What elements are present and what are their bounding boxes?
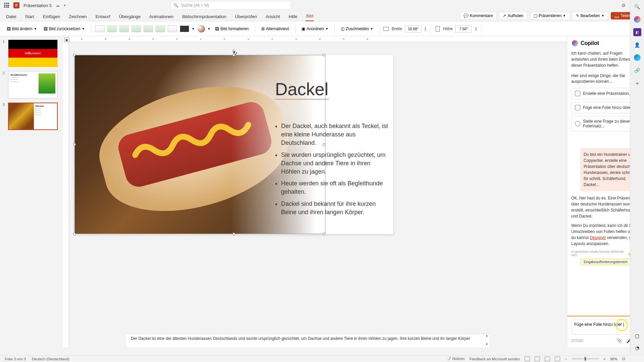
rail-contacts-icon[interactable]: 👤	[633, 41, 641, 49]
picture-style-3[interactable]	[119, 25, 129, 32]
cloud-saved-icon[interactable]: ☁	[56, 3, 60, 8]
menu-ueberpruefen[interactable]: Überprüfen	[234, 12, 258, 21]
resize-handle-tr[interactable]	[323, 54, 325, 56]
bullet-2: Sie wurden ursprünglich gezüchtet, um Da…	[281, 151, 389, 176]
resize-handle-tl[interactable]	[73, 54, 76, 56]
designer-link[interactable]: Designer	[590, 235, 606, 240]
chevron-down-icon[interactable]: ▼	[208, 27, 211, 31]
rail-designer-icon[interactable]: ◧	[633, 28, 641, 36]
dropdown-icon[interactable]: ▾	[64, 3, 66, 8]
zoom-level[interactable]: 98%	[610, 357, 618, 361]
slide-thumbnail-1[interactable]: 1 Willkommen	[3, 40, 60, 67]
document-title[interactable]: Präsentation 3	[23, 3, 52, 8]
reading-view-button[interactable]	[545, 357, 550, 361]
reset-image-button[interactable]: 🖼 Bild zurücksetzen ▼	[42, 25, 87, 33]
styles-more-icon[interactable]: ▼	[192, 27, 195, 31]
slide-title[interactable]: Dackel	[275, 79, 328, 99]
chevron-down-icon[interactable]: ▼	[563, 14, 566, 17]
picture-style-1[interactable]	[95, 25, 105, 32]
resize-handle-br[interactable]	[323, 233, 325, 235]
zoom-in-icon[interactable]: +	[603, 357, 605, 361]
picture-style-6[interactable]	[156, 25, 165, 32]
notes-toggle[interactable]: 📝 Notizen	[446, 357, 465, 361]
menu-zeichnen[interactable]: Zeichnen	[68, 12, 87, 21]
resize-handle-tm[interactable]	[232, 54, 235, 56]
menu-datei[interactable]: Datei	[5, 12, 17, 21]
slide-sorter-button[interactable]	[535, 357, 540, 361]
chevron-down-icon[interactable]: ▼	[601, 14, 604, 17]
catchup-button[interactable]: ↗ Aufholen	[499, 12, 527, 20]
settings-icon[interactable]: ⚙	[622, 3, 626, 8]
zoom-out-icon[interactable]: −	[565, 357, 567, 361]
rail-files-icon[interactable]: ▢	[633, 332, 641, 340]
notes-area[interactable]: Der Dackel ist eine der ältesten Hundera…	[126, 334, 489, 347]
menu-animationen[interactable]: Animationen	[149, 12, 174, 21]
normal-view-button[interactable]	[525, 357, 530, 361]
feedback-link[interactable]: Feedback an Microsoft senden	[470, 357, 520, 361]
format-image-button[interactable]: 🖼 Bild formatieren	[213, 25, 251, 33]
picture-style-7[interactable]	[168, 25, 177, 32]
slide-thumbnail-3[interactable]: 3 Dackel• –––––• –––––• –––––• –––––	[3, 103, 60, 130]
ruler-toggle-button[interactable]: ▦	[64, 38, 69, 42]
search-input[interactable]: 🔍 Suche (Alt + M)	[170, 1, 291, 10]
bullet-1: Der Dackel, auch bekannt als Teckel, ist…	[281, 122, 389, 147]
slide-counter[interactable]: Folie 3 von 3	[5, 357, 26, 361]
arrange-button[interactable]: ▣ Anordnen ▼	[300, 25, 330, 33]
language-indicator[interactable]: Deutsch (Deutschland)	[32, 357, 69, 361]
comments-button[interactable]: 💬 Kommentare	[460, 12, 497, 20]
picture-effects-button[interactable]	[198, 25, 205, 33]
menu-einfuegen[interactable]: Einfügen	[42, 12, 61, 21]
picture-style-4[interactable]	[131, 25, 141, 32]
height-spinner[interactable]: ▲▼	[475, 26, 477, 31]
rail-add-icon[interactable]: ＋	[633, 79, 641, 87]
rotate-handle[interactable]: ↻	[232, 50, 235, 52]
picture-style-2[interactable]	[107, 25, 117, 32]
status-bar: Folie 3 von 3 Deutsch (Deutschland) 📝 No…	[0, 355, 630, 362]
search-icon: 🔍	[173, 3, 178, 8]
resize-handle-bm[interactable]	[232, 233, 235, 235]
rail-feedback-icon[interactable]: ◔	[633, 344, 641, 352]
bullet-4: Dackel sind bekannt für ihre kurzen Bein…	[281, 200, 389, 217]
rail-edge-icon[interactable]	[633, 54, 641, 62]
menu-start[interactable]: Start	[24, 12, 35, 21]
slide-content[interactable]: Der Dackel, auch bekannt als Teckel, ist…	[275, 122, 389, 220]
attach-icon[interactable]: 📎	[616, 338, 622, 343]
picture-style-5[interactable]	[144, 25, 153, 32]
edit-button[interactable]: ✎ Bearbeiten ▼	[572, 12, 608, 20]
search-placeholder: Suche (Alt + M)	[181, 3, 209, 8]
slideshow-view-button[interactable]	[555, 357, 560, 361]
notes-scroll-down-icon[interactable]: ▼	[485, 343, 488, 346]
slide-canvas[interactable]: ↻ Dackel Der Dackel, auch bekannt als Te…	[74, 55, 393, 234]
resize-handle-ml[interactable]	[73, 143, 76, 146]
menu-hilfe[interactable]: Hilfe	[288, 12, 298, 21]
menu-bar: Datei Start Einfügen Zeichnen Entwurf Üb…	[0, 11, 644, 21]
crop-button[interactable]: ◫ Zuschneiden ▼	[339, 25, 375, 33]
slide-thumbnail-2[interactable]: 2 Schäferhund–––––––––––––––––––––	[3, 71, 60, 99]
height-input[interactable]	[455, 25, 472, 33]
title-bar: P Präsentation 3 ☁ ▾ 🔍 Suche (Alt + M) ⚙	[0, 0, 644, 11]
menu-bildschirmpraesentation[interactable]: Bildschirmpräsentation	[181, 12, 227, 21]
menu-uebergaenge[interactable]: Übergänge	[118, 12, 141, 21]
rail-search-icon[interactable]: 🔍	[633, 3, 641, 11]
menu-ansicht[interactable]: Ansicht	[265, 12, 281, 21]
rail-links-icon[interactable]: 🔗	[633, 66, 641, 74]
width-icon	[383, 27, 389, 31]
width-input[interactable]	[405, 25, 422, 33]
notes-scroll-up-icon[interactable]: ▲	[485, 334, 488, 337]
menu-entwurf[interactable]: Entwurf	[95, 12, 111, 21]
present-button[interactable]: ▢ Präsentieren ▼	[530, 12, 570, 20]
zoom-slider[interactable]	[572, 358, 599, 359]
toolbar: 🖼 Bild ändern ▼ 🖼 Bild zurücksetzen ▼ ▼ …	[0, 21, 644, 36]
change-image-button[interactable]: 🖼 Bild ändern ▼	[5, 25, 39, 33]
resize-handle-bl[interactable]	[73, 233, 76, 235]
app-launcher-icon[interactable]	[4, 3, 9, 8]
fit-to-window-icon[interactable]: ⊡	[622, 357, 625, 361]
question-icon	[575, 121, 580, 126]
alt-text-button[interactable]: ⊞ Alternativtext	[259, 25, 291, 33]
width-spinner[interactable]: ▲▼	[424, 26, 427, 31]
rail-copilot-icon[interactable]	[633, 15, 641, 23]
input-tooltip: Eingabeaufforderungsbereich	[581, 259, 631, 265]
canvas-area[interactable]: ▦ 6543210123456 ↻	[63, 36, 567, 347]
menu-bild[interactable]: Bild	[306, 11, 314, 21]
picture-style-8[interactable]	[180, 25, 189, 32]
